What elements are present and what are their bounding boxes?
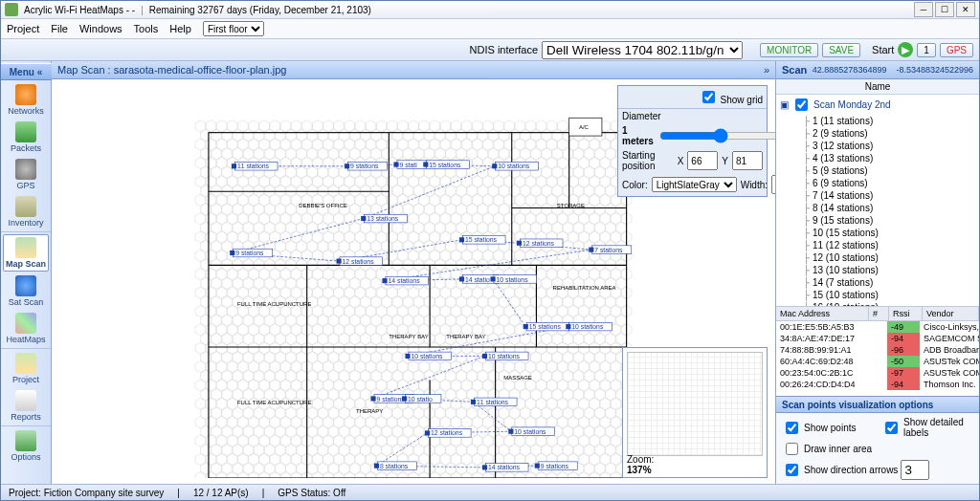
sidebar-inventory[interactable]: Inventory	[4, 194, 48, 229]
svg-marker-1563	[451, 472, 461, 478]
svg-marker-274	[525, 176, 536, 187]
collapse-arrow[interactable]: »	[764, 64, 769, 76]
svg-marker-1575	[579, 472, 590, 478]
width-input[interactable]	[771, 175, 775, 194]
draw-inner-check[interactable]: Draw inner area	[782, 440, 874, 458]
menu-file[interactable]: File	[51, 23, 68, 34]
svg-marker-506	[409, 231, 419, 243]
sidebar-networks[interactable]: Networks	[4, 82, 48, 118]
sidebar-reports[interactable]: Reports	[4, 388, 48, 424]
y-input[interactable]	[732, 151, 763, 170]
tree-leaf[interactable]: 3 (12 stations)	[776, 140, 979, 152]
x-input[interactable]	[687, 151, 718, 170]
mac-row[interactable]: 00:1E:E5:5B:A5:B3-49Cisco-Linksys, LLC	[776, 321, 979, 333]
svg-marker-945	[339, 333, 349, 344]
name-column[interactable]: Name	[776, 79, 979, 95]
mac-row[interactable]: 74:88:8B:99:91:A1-96ADB Broadband Italia	[776, 344, 979, 356]
svg-marker-3	[227, 120, 237, 132]
gps-button[interactable]: GPS	[940, 43, 973, 57]
floor-select[interactable]: First floor	[203, 21, 264, 36]
map-canvas[interactable]: A/C DEBBIE'S OFFICE STORAGE REHABILITATI…	[52, 79, 775, 484]
svg-marker-67	[478, 129, 488, 141]
start-button[interactable]: ▶	[898, 42, 913, 57]
show-labels-check[interactable]: Show detailed labels	[881, 417, 973, 438]
monitor-button[interactable]: MONITOR	[760, 43, 818, 57]
menu-tools[interactable]: Tools	[134, 23, 159, 34]
tree-leaf[interactable]: 6 (9 stations)	[776, 177, 979, 189]
svg-marker-1163	[504, 380, 515, 391]
svg-marker-841	[525, 305, 536, 316]
minimap[interactable]: Zoom:137%	[622, 347, 768, 478]
tree-leaf[interactable]: 10 (15 stations)	[776, 227, 979, 239]
svg-marker-294	[307, 185, 318, 196]
maximize-button[interactable]: ☐	[935, 2, 954, 17]
mac-row[interactable]: 60:A4:4C:69:D2:48-50ASUSTek COMPUTER INC…	[776, 356, 979, 367]
svg-marker-59	[392, 129, 403, 141]
arrows-count[interactable]	[901, 460, 929, 480]
menu-help[interactable]: Help	[169, 23, 191, 34]
svg-marker-599	[536, 250, 546, 261]
svg-marker-575	[280, 250, 291, 261]
tree-leaf[interactable]: 4 (13 stations)	[776, 152, 979, 164]
svg-marker-148	[478, 148, 488, 160]
tree-leaf[interactable]: 13 (10 stations)	[776, 264, 979, 276]
tree-leaf[interactable]: 15 (10 stations)	[776, 289, 979, 301]
svg-marker-522	[579, 231, 590, 243]
sidebar-heatmaps[interactable]: HeatMaps	[4, 311, 48, 346]
tree-leaf[interactable]: 1 (11 stations)	[776, 115, 979, 127]
svg-marker-1047	[563, 352, 573, 363]
svg-marker-682	[558, 269, 568, 280]
svg-marker-746	[376, 287, 387, 298]
sidebar-project[interactable]: Project	[4, 351, 48, 386]
mac-list[interactable]: 00:1E:E5:5B:A5:B3-49Cisco-Linksys, LLC34…	[776, 321, 979, 396]
svg-marker-1017	[243, 352, 254, 363]
svg-marker-1187	[328, 389, 339, 401]
close-button[interactable]: ✕	[956, 2, 975, 17]
show-grid-check[interactable]: Show grid	[699, 88, 763, 106]
sidebar-satscan[interactable]: Sat Scan	[4, 273, 48, 309]
color-select[interactable]: LightSlateGray	[652, 177, 737, 192]
sidebar-mapscan[interactable]: Map Scan	[3, 234, 49, 272]
show-arrows-check[interactable]: Show direction arrows	[782, 460, 973, 480]
show-points-check[interactable]: Show points	[782, 417, 874, 438]
tree-leaf[interactable]: 11 (12 stations)	[776, 239, 979, 251]
svg-marker-43	[222, 129, 233, 141]
adapter-select[interactable]: Dell Wireless 1704 802.11b/g/n (2.4 GHz)	[542, 41, 743, 59]
mac-row[interactable]: 00:23:54:0C:2B:1C-97ASUSTek COMPUTER INC…	[776, 367, 979, 379]
svg-marker-257	[345, 176, 355, 187]
tree-leaf[interactable]: 14 (7 stations)	[776, 276, 979, 289]
svg-marker-670	[430, 269, 440, 280]
diameter-slider[interactable]	[659, 131, 775, 141]
svg-marker-577	[301, 250, 312, 261]
svg-marker-1176	[212, 389, 222, 401]
side-menu-head[interactable]: Menu «	[1, 63, 56, 80]
svg-marker-1020	[276, 352, 286, 363]
mac-row[interactable]: 00:26:24:CD:D4:D4-94Thomson Inc.	[776, 379, 979, 390]
svg-marker-327	[227, 194, 237, 206]
tree-leaf[interactable]: 2 (9 stations)	[776, 127, 979, 140]
svg-marker-417	[323, 213, 334, 225]
tree-leaf[interactable]: 5 (9 stations)	[776, 164, 979, 177]
svg-marker-1169	[568, 380, 579, 391]
sidebar-options[interactable]: Options	[4, 428, 48, 464]
svg-marker-1188	[339, 389, 349, 401]
svg-marker-1238	[440, 398, 451, 409]
menu-windows[interactable]: Windows	[79, 23, 122, 34]
sidebar-packets[interactable]: Packets	[4, 120, 48, 155]
mac-row[interactable]: 34:8A:AE:47:DE:17-94SAGEMCOM SAS	[776, 333, 979, 344]
scan-tree[interactable]: ▣Scan Monday 2nd 1 (11 stations)2 (9 sta…	[776, 95, 979, 306]
svg-marker-1458	[195, 453, 206, 465]
svg-marker-105	[451, 139, 461, 150]
menu-project[interactable]: Project	[7, 23, 39, 34]
svg-marker-1465	[270, 453, 280, 465]
tree-leaf[interactable]: 9 (15 stations)	[776, 214, 979, 227]
tree-leaf[interactable]: 8 (14 stations)	[776, 202, 979, 214]
save-button[interactable]: SAVE	[822, 43, 860, 57]
sidebar-gps[interactable]: GPS	[4, 157, 48, 192]
svg-marker-1300	[238, 417, 249, 428]
tree-leaf[interactable]: 7 (14 stations)	[776, 189, 979, 202]
tree-leaf[interactable]: 12 (10 stations)	[776, 251, 979, 264]
minimize-button[interactable]: ─	[914, 2, 933, 17]
one-button[interactable]: 1	[917, 43, 936, 57]
svg-marker-143	[424, 148, 434, 160]
